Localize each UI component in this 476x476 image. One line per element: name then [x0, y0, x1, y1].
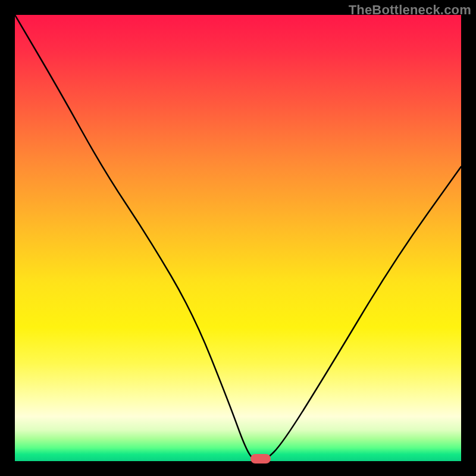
plot-area	[15, 15, 461, 461]
chart-container: TheBottleneck.com	[0, 0, 476, 476]
optimal-marker	[250, 454, 271, 464]
curve-path	[15, 15, 461, 461]
bottleneck-curve	[15, 15, 461, 461]
